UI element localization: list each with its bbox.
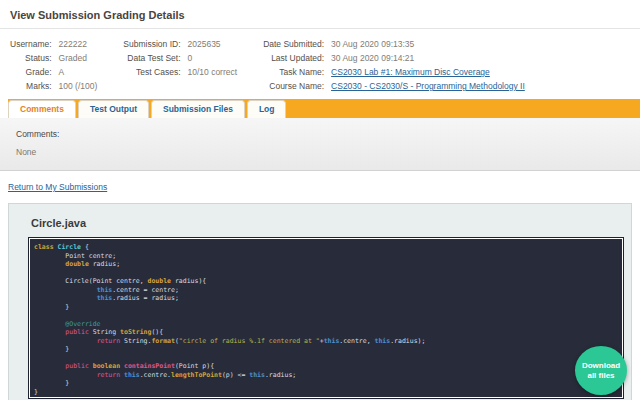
info-col3: Date Submitted:30 Aug 2020 09:13:35Last … [263,39,525,91]
info-label: Grade: [10,67,52,77]
code-line: @Override [34,320,622,329]
comments-value: None [16,147,624,157]
info-label: Status: [10,53,52,63]
info-label: Marks: [10,81,52,91]
info-label: Test Cases: [123,67,180,77]
info-col1: Username:222222Status:GradedGrade:AMarks… [10,39,97,91]
submission-info-section: Username:222222Status:GradedGrade:AMarks… [0,29,640,99]
info-label: Last Updated: [263,53,324,63]
tab-submission-files[interactable]: Submission Files [151,100,245,118]
tab-log[interactable]: Log [247,100,287,118]
info-value: A [59,67,98,77]
code-line: } [34,303,622,312]
code-line: Circle(Point centre, double radius){ [34,277,622,286]
info-col2: Submission ID:2025635Data Test Set:0Test… [123,39,237,91]
code-line: public boolean containsPoint(Point p){ [34,362,622,371]
comments-panel: Comments: None [0,118,640,171]
tab-bar: CommentsTest OutputSubmission FilesLog [8,99,640,118]
code-line: double radius; [34,260,622,269]
info-value: 100 (/100) [59,81,98,91]
info-value: 0 [188,53,238,63]
code-line: class Circle { [34,243,622,252]
code-line: Point centre; [34,252,622,261]
code-line: return String.format("circle of radius %… [34,337,622,346]
download-button-line1: Download [582,361,620,371]
info-label: Submission ID: [123,39,180,49]
info-label: Date Submitted: [263,39,324,49]
info-value: 10/10 correct [188,67,238,77]
code-line: this.centre = centre; [34,286,622,295]
code-line [34,269,622,278]
info-label: Course Name: [263,81,324,91]
code-block: class Circle { Point centre; double radi… [29,238,623,398]
code-line: this.radius = radius; [34,294,622,303]
download-button-line2: all files [587,371,614,381]
code-line: } [34,345,622,354]
download-all-files-button[interactable]: Download all files [575,346,627,395]
comments-label: Comments: [16,129,624,139]
code-line: } [34,388,622,397]
info-value[interactable]: CS2030 Lab #1: Maximum Disc Coverage [331,67,525,77]
tab-test-output[interactable]: Test Output [78,100,149,118]
tab-comments[interactable]: Comments [8,100,76,118]
info-value: 30 Aug 2020 09:13:35 [331,39,525,49]
info-label: Task Name: [263,67,324,77]
code-line: return this.centre.lengthToPoint(p) <= t… [34,371,622,380]
code-line [34,311,622,320]
code-line [34,354,622,363]
info-value: 2025635 [188,39,238,49]
info-label: Data Test Set: [123,53,180,63]
info-value: 222222 [59,39,98,49]
code-line: public String toString(){ [34,328,622,337]
file-panel: Circle.java class Circle { Point centre;… [8,203,632,400]
info-value: 30 Aug 2020 09:14:21 [331,53,525,63]
file-name: Circle.java [9,204,631,238]
page-title: View Submission Grading Details [10,9,630,21]
info-value[interactable]: CS2030 - CS2030/S - Programming Methodol… [331,81,525,91]
code-line: } [34,379,622,388]
return-to-submissions-link[interactable]: Return to My Submissions [8,182,107,192]
info-value: Graded [59,53,98,63]
page-header: View Submission Grading Details [0,0,640,29]
info-label: Username: [10,39,52,49]
